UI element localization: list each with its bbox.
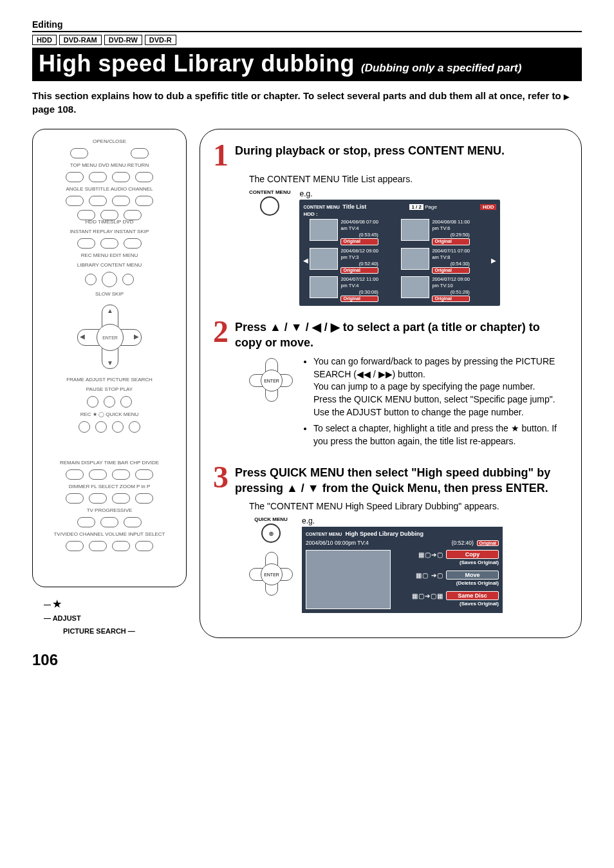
content-menu-button-graphic: CONTENT MENU (249, 189, 290, 216)
step-number: 2 (213, 317, 228, 345)
osd-thumbnail (310, 276, 338, 298)
remote-button-icon (135, 172, 153, 182)
remote-row-label: TV/VIDEO CHANNEL VOLUME INPUT SELECT (54, 531, 165, 537)
osd-thumbnail (306, 550, 391, 609)
adjust-button-icon (112, 421, 124, 433)
step-number: 1 (213, 141, 228, 169)
item-duration: (0:51:28) (432, 289, 469, 295)
remote-button-icon (66, 541, 84, 551)
action-button: Move (446, 571, 499, 580)
remote-row-label: PAUSE STOP PLAY (86, 386, 133, 392)
bullet-text: To select a chapter, highlight a title a… (313, 423, 511, 433)
action-desc: (Deletes Original) (456, 580, 499, 586)
remote-button-icon (124, 238, 142, 249)
remote-button-icon (102, 272, 117, 287)
button-label: CONTENT MENU (249, 189, 290, 195)
hsld-osd: CONTENT MENU High Speed Library Dubbing … (302, 527, 503, 613)
hsld-action: ▦▢➔▢▦Same Disc(Saves Original) (397, 591, 499, 607)
item-date: 2004/06/08 11:00 (432, 219, 469, 225)
media-tag: DVD-RW (104, 35, 142, 45)
original-badge: Original (432, 267, 469, 274)
remote-row-label: OPEN/CLOSE (93, 138, 126, 144)
dpad-icon: ENTER ▲ ▼ ◀ ▶ (77, 305, 142, 369)
step-number: 3 (213, 463, 228, 491)
page-subtitle: (Dubbing only a specified part) (361, 62, 521, 75)
page-ref: page 108. (32, 104, 76, 115)
legend-adjust: ADJUST (53, 614, 81, 622)
page-header: Editing HDD DVD-RAM DVD-RW DVD-R High sp… (32, 19, 582, 81)
eject-button-icon (70, 148, 88, 158)
title-list-item: 2004/07/11 07:00am TV:8(0:54:30)Original (401, 248, 490, 274)
item-duration: (0:54:30) (432, 261, 469, 267)
item-duration: (0:30:08) (340, 289, 378, 295)
item-channel: am TV:8 (432, 254, 469, 260)
action-desc: (Saves Original) (460, 601, 499, 607)
remote-button-icon (135, 469, 153, 480)
item-duration: (0:52:40) (340, 261, 378, 267)
title-list-item: 2004/07/12 09:00pm TV:10(0:51:28)Origina… (401, 276, 490, 302)
remote-button-icon (66, 196, 84, 206)
media-tag: DVD-R (145, 35, 176, 45)
bullet-item: You can go forward/back to pages by pres… (313, 355, 568, 419)
library-button-icon (85, 274, 97, 285)
remote-button-icon (112, 469, 130, 480)
step-body-text: The "CONTENT MENU High Speed Library Dub… (249, 501, 568, 511)
remote-row-label: ANGLE SUBTITLE AUDIO CHANNEL (66, 186, 153, 192)
title-list-item: 2004/07/12 11:00pm TV:4(0:30:08)Original (310, 276, 398, 302)
intro-text: This section explains how to dub a spefi… (32, 89, 582, 116)
remote-button-icon (66, 493, 84, 504)
osd-drive-tag: HDD (480, 204, 496, 210)
osd-sub-date: 2004/06/10 09:00pm TV:4 (306, 540, 369, 546)
hsld-action: ▦▢➔▢Copy(Saves Original) (397, 550, 499, 565)
enter-button-icon: ENTER (97, 324, 124, 351)
power-button-icon (131, 148, 149, 158)
page-number: 106 (32, 651, 582, 669)
remote-row-label: DIMMER FL SELECT ZOOM P in P (69, 484, 151, 489)
action-desc: (Saves Original) (460, 560, 499, 565)
osd-thumbnail (401, 248, 429, 270)
section-label: Editing (32, 19, 582, 32)
remote-row-label: HDD TIMESLIP DVD (86, 219, 134, 225)
remote-button-icon (89, 493, 107, 504)
osd-menu-label: CONTENT MENU (306, 532, 342, 536)
steps-panel: 1 During playback or stop, press CONTENT… (200, 129, 582, 638)
item-channel: pm TV:6 (432, 225, 469, 231)
stop-button-icon (104, 396, 115, 408)
remote-button-icon (89, 469, 107, 480)
page-left-arrow-icon: ◀ (303, 257, 308, 264)
hsld-action: ▦▢ ➔▢Move(Deletes Original) (397, 571, 499, 586)
osd-title: High Speed Library Dubbing (345, 531, 423, 537)
step-title: Press QUICK MENU then select "High speed… (235, 463, 568, 496)
media-tag: HDD (32, 35, 57, 45)
title-list-osd: CONTENT MENU Title List 1 / 2 Page HDD H… (299, 200, 500, 306)
remote-button-icon (135, 493, 153, 504)
remote-row-label: REC MENU EDIT MENU (81, 252, 138, 258)
osd-thumbnail (401, 276, 429, 298)
remote-button-icon (124, 517, 142, 527)
enter-button-icon: ENTER (261, 563, 283, 585)
remote-button-icon (89, 541, 107, 551)
button-label: QUICK MENU (254, 516, 288, 522)
remote-button-icon (112, 172, 130, 182)
remote-button-icon (112, 196, 130, 206)
osd-page-word: Page (425, 204, 437, 210)
remote-button-icon (77, 238, 95, 249)
button-circle-icon: ◎ (261, 524, 281, 543)
osd-page-indicator: 1 / 2 (409, 204, 423, 210)
page-right-arrow-icon: ▶ (491, 257, 496, 264)
action-button: Copy (446, 550, 499, 559)
item-date: 2004/06/08 07:00 (340, 219, 378, 225)
title-list-item: 2004/06/12 09:00pm TV:3(0:52:40)Original (310, 248, 398, 274)
bullet-item: To select a chapter, highlight a title a… (313, 422, 568, 448)
pause-button-icon (87, 396, 98, 408)
osd-thumbnail (310, 219, 338, 241)
example-label: e.g. (302, 516, 568, 525)
item-date: 2004/07/12 09:00 (432, 276, 469, 282)
remote-button-icon (100, 517, 118, 527)
step-title: During playback or stop, press CONTENT M… (235, 141, 505, 158)
action-flow-icon: ▦▢➔▢ (418, 551, 443, 558)
original-badge: Original (340, 238, 378, 245)
step-title: Press ▲ / ▼ / ◀ / ▶ to select a part (a … (235, 317, 568, 350)
remote-row-label: SLOW SKIP (95, 291, 124, 297)
item-channel: pm TV:4 (340, 283, 378, 288)
